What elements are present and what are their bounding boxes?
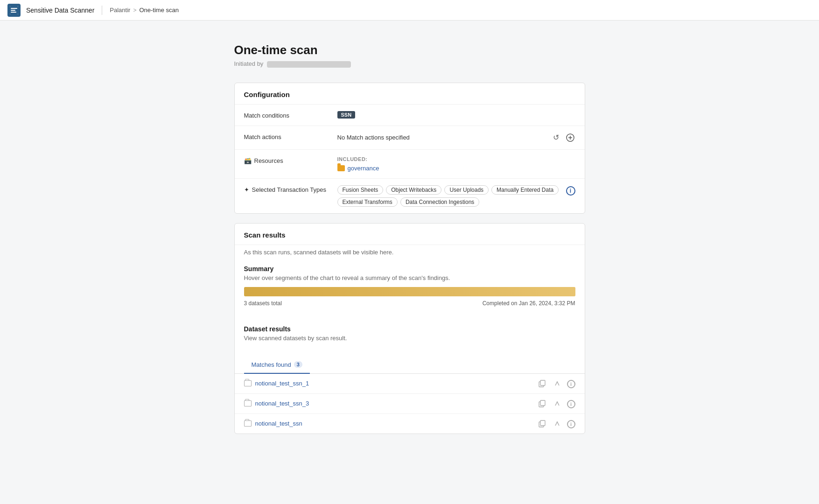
dataset-folder-icon-1 (244, 380, 252, 386)
tag-data-connection: Data Connection Ingestions (400, 197, 479, 207)
breadcrumb-parent[interactable]: Palantir (110, 7, 130, 14)
breadcrumb-current: One-time scan (139, 7, 179, 14)
resources-row: 🗃️ Resources INCLUDED: governance (235, 149, 585, 178)
summary-title: Summary (244, 258, 575, 273)
dataset-actions-3: i (537, 419, 575, 429)
tab-matches-count: 3 (294, 361, 302, 368)
match-actions-value: No Match actions specified ↺ (337, 133, 575, 143)
transaction-types-label: ✦ Selected Transaction Types (244, 185, 337, 193)
breadcrumb: Palantir > One-time scan (110, 7, 179, 14)
chart-bar-container (244, 287, 575, 296)
tab-matches-found[interactable]: Matches found 3 (244, 357, 310, 374)
star-icon: ✦ (244, 186, 249, 193)
initiated-by: Initiated by (234, 60, 585, 68)
copy-icon-2[interactable] (537, 399, 547, 409)
transaction-types-info-icon[interactable]: i (566, 186, 575, 196)
copy-icon-3[interactable] (537, 419, 547, 429)
tags-row-1: Fusion Sheets Object Writebacks User Upl… (337, 185, 566, 195)
dataset-left-2: notional_test_ssn_3 (244, 400, 309, 407)
completed-on: Completed on Jan 26, 2024, 3:32 PM (483, 300, 575, 307)
governance-link[interactable]: governance (337, 165, 575, 172)
scan-results-title: Scan results (235, 224, 585, 245)
configuration-title: Configuration (235, 83, 585, 104)
tag-external-transforms: External Transforms (337, 197, 398, 207)
table-row: notional_test_ssn_1 i (235, 374, 585, 394)
svg-rect-12 (540, 420, 545, 426)
svg-rect-1 (11, 8, 17, 9)
arrow-icon-1[interactable] (552, 378, 562, 389)
svg-rect-3 (11, 12, 16, 13)
dataset-actions-2: i (537, 399, 575, 409)
header-divider (102, 6, 102, 15)
tag-manually-entered: Manually Entered Data (491, 185, 559, 195)
match-conditions-label: Match conditions (244, 111, 337, 119)
info-icon-3[interactable]: i (567, 420, 575, 428)
dataset-list: notional_test_ssn_1 i (235, 374, 585, 434)
dataset-actions-1: i (537, 378, 575, 389)
chart-bar-fill (244, 287, 575, 296)
chart-meta: 3 datasets total Completed on Jan 26, 20… (244, 300, 575, 307)
dataset-left-3: notional_test_ssn (244, 420, 302, 427)
dataset-results-title: Dataset results (244, 318, 575, 333)
undo-button[interactable]: ↺ (551, 133, 561, 143)
summary-desc: Hover over segments of the chart to reve… (244, 274, 575, 281)
page-title: One-time scan (234, 43, 585, 57)
briefcase-icon: 🗃️ (244, 157, 252, 164)
datasets-total: 3 datasets total (244, 300, 282, 307)
add-button[interactable] (565, 133, 575, 143)
tag-object-writebacks: Object Writebacks (386, 185, 441, 195)
transaction-types-value: Fusion Sheets Object Writebacks User Upl… (337, 185, 575, 207)
info-icon-1[interactable]: i (567, 380, 575, 388)
dataset-folder-icon-2 (244, 400, 252, 406)
copy-icon-1[interactable] (537, 378, 547, 389)
governance-text: governance (348, 165, 379, 172)
match-action-icons: ↺ (551, 133, 575, 143)
breadcrumb-separator: > (133, 7, 136, 14)
dataset-name-3[interactable]: notional_test_ssn (255, 420, 302, 427)
logo-inner (10, 6, 18, 14)
svg-rect-10 (540, 400, 545, 406)
app-header: Sensitive Data Scanner Palantir > One-ti… (0, 0, 819, 21)
info-icon-2[interactable]: i (567, 400, 575, 408)
included-label: INCLUDED: (337, 156, 575, 162)
app-name: Sensitive Data Scanner (26, 7, 94, 14)
match-conditions-row: Match conditions SSN (235, 104, 585, 126)
tab-matches-label: Matches found (252, 361, 291, 368)
tag-user-uploads: User Uploads (444, 185, 489, 195)
svg-rect-8 (540, 380, 545, 385)
configuration-card: Configuration Match conditions SSN Match… (234, 83, 585, 214)
tabs-row: Matches found 3 (235, 357, 585, 374)
scan-results-inner: Summary Hover over segments of the chart… (235, 258, 585, 357)
table-row: notional_test_ssn_3 i (235, 394, 585, 414)
ssn-badge: SSN (337, 111, 356, 119)
redacted-user (267, 61, 351, 68)
svg-rect-2 (11, 10, 15, 11)
folder-icon (337, 165, 345, 171)
app-logo (7, 4, 21, 17)
dataset-name-1[interactable]: notional_test_ssn_1 (255, 380, 309, 387)
resources-value: INCLUDED: governance (337, 156, 575, 172)
no-match-actions-text: No Match actions specified (337, 134, 410, 141)
match-actions-row: Match actions No Match actions specified… (235, 126, 585, 149)
arrow-icon-3[interactable] (552, 419, 562, 429)
match-actions-label: Match actions (244, 133, 337, 140)
tag-fusion-sheets: Fusion Sheets (337, 185, 384, 195)
scan-results-card: Scan results As this scan runs, scanned … (234, 223, 585, 434)
match-conditions-value: SSN (337, 111, 575, 119)
resources-label: 🗃️ Resources (244, 156, 337, 164)
table-row: notional_test_ssn i (235, 414, 585, 434)
arrow-icon-2[interactable] (552, 399, 562, 409)
scan-results-desc: As this scan runs, scanned datasets will… (244, 245, 575, 256)
dataset-folder-icon-3 (244, 420, 252, 427)
transaction-types-row: ✦ Selected Transaction Types Fusion Shee… (235, 178, 585, 213)
tags-row-2: External Transforms Data Connection Inge… (337, 197, 566, 207)
tags-container: Fusion Sheets Object Writebacks User Upl… (337, 185, 566, 207)
dataset-results-desc: View scanned datasets by scan result. (244, 335, 575, 342)
dataset-name-2[interactable]: notional_test_ssn_3 (255, 400, 309, 407)
dataset-left-1: notional_test_ssn_1 (244, 380, 309, 387)
main-content: One-time scan Initiated by Configuration… (223, 21, 596, 466)
